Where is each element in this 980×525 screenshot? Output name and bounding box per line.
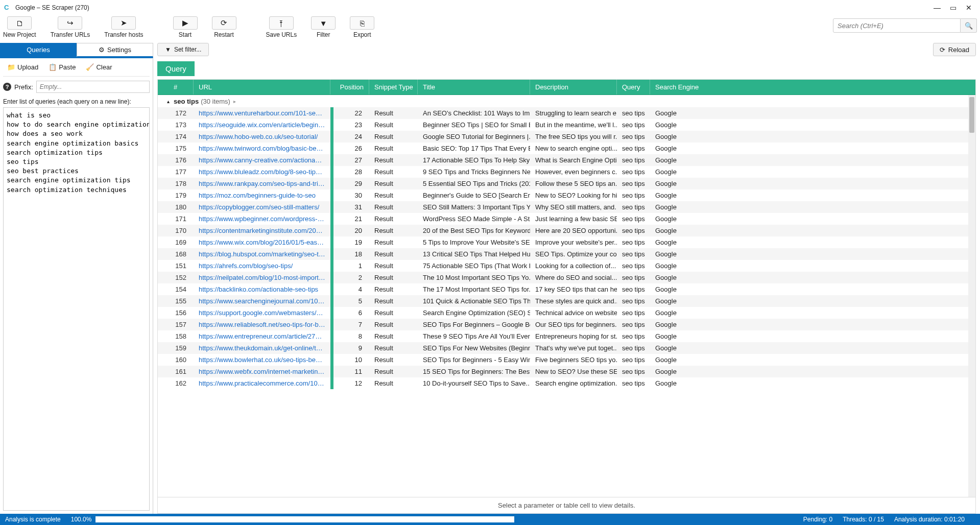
cell-url[interactable]: https://neilpatel.com/blog/10-most-impor… xyxy=(194,272,330,283)
table-row[interactable]: 157https://www.reliablesoft.net/seo-tips… xyxy=(158,319,975,330)
filter-button[interactable]: ▼ Filter xyxy=(311,16,336,38)
cell-url[interactable]: https://www.searchenginejournal.com/101-… xyxy=(194,295,330,307)
table-row[interactable]: 180https://copyblogger.com/seo-still-mat… xyxy=(158,201,975,213)
minimize-icon[interactable]: — xyxy=(934,4,941,12)
col-search-engine[interactable]: Search Engine xyxy=(650,80,706,94)
cell-url[interactable]: https://seoguide.wix.com/en/article/begi… xyxy=(194,119,330,131)
cell-num: 172 xyxy=(158,107,194,119)
cell-num: 168 xyxy=(158,248,194,260)
cell-title: 10 Do-it-yourself SEO Tips to Save... xyxy=(418,377,530,389)
col-description[interactable]: Description xyxy=(530,80,617,94)
tab-queries[interactable]: Queries xyxy=(0,43,77,57)
table-row[interactable]: 151https://ahrefs.com/blog/seo-tips/1Res… xyxy=(158,260,975,272)
queries-textarea[interactable] xyxy=(3,107,150,511)
table-row[interactable]: 173https://seoguide.wix.com/en/article/b… xyxy=(158,119,975,131)
col-number[interactable]: # xyxy=(158,80,194,94)
cell-desc: 17 key SEO tips that can he... xyxy=(530,283,617,295)
upload-button[interactable]: 📁 Upload xyxy=(3,61,42,73)
cell-url[interactable]: https://backlinko.com/actionable-seo-tip… xyxy=(194,283,330,295)
col-title[interactable]: Title xyxy=(418,80,530,94)
cell-position: 4 xyxy=(333,283,369,295)
cell-position: 7 xyxy=(333,319,369,330)
table-row[interactable]: 176https://www.canny-creative.com/action… xyxy=(158,154,975,166)
scrollbar[interactable] xyxy=(968,95,975,497)
cell-url[interactable]: https://www.hobo-web.co.uk/seo-tutorial/ xyxy=(194,131,330,142)
cell-url[interactable]: https://www.practicalecommerce.com/10-do… xyxy=(194,377,330,389)
eraser-icon: 🧹 xyxy=(86,63,94,71)
cell-url[interactable]: https://www.bowlerhat.co.uk/seo-tips-beg… xyxy=(194,354,330,366)
table-row[interactable]: 175https://www.twinword.com/blog/basic-b… xyxy=(158,142,975,154)
cell-url[interactable]: https://www.wpbeginner.com/wordpress-seo… xyxy=(194,213,330,225)
cell-position: 11 xyxy=(333,366,369,377)
cell-num: 159 xyxy=(158,342,194,354)
cell-url[interactable]: https://contentmarketinginstitute.com/20… xyxy=(194,225,330,236)
table-row[interactable]: 162https://www.practicalecommerce.com/10… xyxy=(158,377,975,389)
export-button[interactable]: ⎘ Export xyxy=(350,16,374,38)
cell-snippet: Result xyxy=(369,342,418,354)
cell-se: Google xyxy=(650,119,706,131)
cell-url[interactable]: https://www.webfx.com/internet-marketing… xyxy=(194,366,330,377)
cell-url[interactable]: https://moz.com/beginners-guide-to-seo xyxy=(194,189,330,201)
cell-url[interactable]: https://www.entrepreneur.com/article/274… xyxy=(194,330,330,342)
table-row[interactable]: 160https://www.bowlerhat.co.uk/seo-tips-… xyxy=(158,354,975,366)
cell-url[interactable]: https://www.bluleadz.com/blog/8-seo-tips… xyxy=(194,166,330,178)
col-snippet-type[interactable]: Snippet Type xyxy=(369,80,418,94)
cell-url[interactable]: https://blog.hubspot.com/marketing/seo-t… xyxy=(194,248,330,260)
set-filter-button[interactable]: ▼ Set filter... xyxy=(157,43,209,56)
close-icon[interactable]: ✕ xyxy=(966,4,972,12)
col-query[interactable]: Query xyxy=(617,80,650,94)
cell-url[interactable]: https://www.wix.com/blog/2016/01/5-easy-… xyxy=(194,236,330,248)
paste-button[interactable]: 📋 Paste xyxy=(44,61,80,73)
query-hint: Enter list of queries (each query on a n… xyxy=(3,98,150,105)
table-row[interactable]: 179https://moz.com/beginners-guide-to-se… xyxy=(158,189,975,201)
table-row[interactable]: 171https://www.wpbeginner.com/wordpress-… xyxy=(158,213,975,225)
cell-url[interactable]: https://www.rankpay.com/seo-tips-and-tri… xyxy=(194,178,330,189)
prefix-input[interactable] xyxy=(36,81,150,93)
table-body[interactable]: 172https://www.ventureharbour.com/101-se… xyxy=(158,107,975,497)
cell-url[interactable]: https://www.theukdomain.uk/get-online/to… xyxy=(194,342,330,354)
table-row[interactable]: 178https://www.rankpay.com/seo-tips-and-… xyxy=(158,178,975,189)
reload-button[interactable]: ⟳ Reload xyxy=(933,43,976,56)
transfer-hosts-button[interactable]: ➤ Transfer hosts xyxy=(104,16,143,38)
cell-url[interactable]: https://www.ventureharbour.com/101-seo-t… xyxy=(194,107,330,119)
table-row[interactable]: 168https://blog.hubspot.com/marketing/se… xyxy=(158,248,975,260)
search-button[interactable]: 🔍 xyxy=(961,18,977,33)
cell-url[interactable]: https://www.twinword.com/blog/basic-begi… xyxy=(194,142,330,154)
cell-url[interactable]: https://support.google.com/webmasters/an… xyxy=(194,307,330,319)
table-row[interactable]: 159https://www.theukdomain.uk/get-online… xyxy=(158,342,975,354)
table-row[interactable]: 174https://www.hobo-web.co.uk/seo-tutori… xyxy=(158,131,975,142)
start-button[interactable]: ▶ Start xyxy=(173,16,198,38)
table-row[interactable]: 152https://neilpatel.com/blog/10-most-im… xyxy=(158,272,975,283)
cell-position: 19 xyxy=(333,236,369,248)
table-row[interactable]: 154https://backlinko.com/actionable-seo-… xyxy=(158,283,975,295)
cell-desc: What is Search Engine Opti... xyxy=(530,154,617,166)
table-row[interactable]: 158https://www.entrepreneur.com/article/… xyxy=(158,330,975,342)
cell-se: Google xyxy=(650,178,706,189)
cell-url[interactable]: https://copyblogger.com/seo-still-matter… xyxy=(194,201,330,213)
cell-url[interactable]: https://www.canny-creative.com/actionabl… xyxy=(194,154,330,166)
new-project-button[interactable]: 🗋 New Project xyxy=(3,16,36,38)
cell-query: seo tips xyxy=(617,342,650,354)
table-row[interactable]: 177https://www.bluleadz.com/blog/8-seo-t… xyxy=(158,166,975,178)
maximize-icon[interactable]: ▭ xyxy=(950,4,957,12)
table-row[interactable]: 161https://www.webfx.com/internet-market… xyxy=(158,366,975,377)
clear-button[interactable]: 🧹 Clear xyxy=(82,61,116,73)
cell-se: Google xyxy=(650,366,706,377)
restart-button[interactable]: ⟳ Restart xyxy=(212,16,236,38)
tab-settings[interactable]: ⚙ Settings xyxy=(77,43,153,57)
cell-url[interactable]: https://www.reliablesoft.net/seo-tips-fo… xyxy=(194,319,330,330)
table-row[interactable]: 169https://www.wix.com/blog/2016/01/5-ea… xyxy=(158,236,975,248)
transfer-urls-button[interactable]: ↪ Transfer URLs xyxy=(51,16,90,38)
cell-url[interactable]: https://ahrefs.com/blog/seo-tips/ xyxy=(194,260,330,272)
table-row[interactable]: 172https://www.ventureharbour.com/101-se… xyxy=(158,107,975,119)
scrollbar-thumb[interactable] xyxy=(969,97,974,133)
group-row[interactable]: ▴ seo tips (30 items) ▸ xyxy=(158,95,975,107)
help-icon[interactable]: ? xyxy=(3,83,11,91)
search-input[interactable] xyxy=(833,18,961,33)
save-urls-button[interactable]: ⭱ Save URLs xyxy=(266,16,297,38)
table-row[interactable]: 155https://www.searchenginejournal.com/1… xyxy=(158,295,975,307)
table-row[interactable]: 170https://contentmarketinginstitute.com… xyxy=(158,225,975,236)
col-url[interactable]: URL xyxy=(194,80,330,94)
col-position[interactable]: Position xyxy=(333,80,369,94)
table-row[interactable]: 156https://support.google.com/webmasters… xyxy=(158,307,975,319)
